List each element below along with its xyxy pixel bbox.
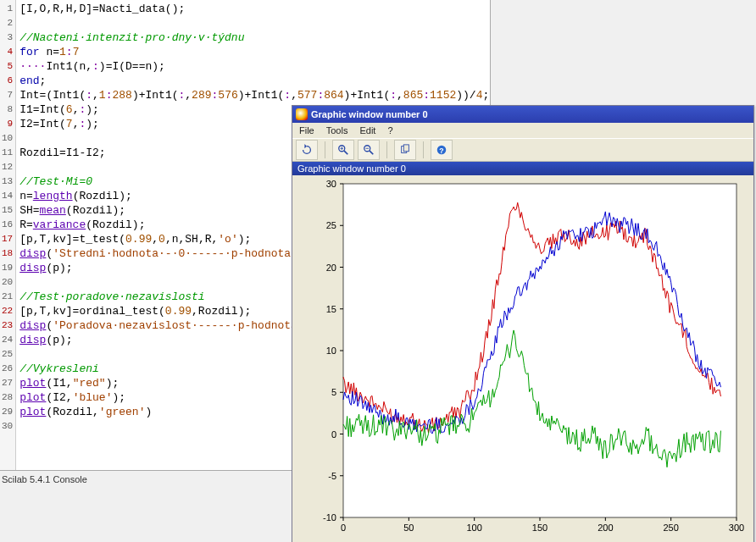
svg-text:20: 20 [326,263,336,273]
toolbar-sep [386,141,387,158]
toolbar: ? [292,138,753,162]
status-bar: Graphic window number 0 [292,162,753,175]
scilab-icon [296,108,308,120]
svg-text:0: 0 [341,523,346,533]
menu-edit[interactable]: Edit [359,125,375,136]
toolbar-sep [325,141,325,158]
plot-canvas: -10-5051015202530050100150200250300 [292,175,753,542]
graphic-window: Graphic window number 0 File Tools Edit … [292,105,754,542]
window-title: Graphic window number 0 [311,109,428,119]
svg-text:100: 100 [466,523,481,533]
console-tab-label[interactable]: Scilab 5.4.1 Console [2,474,87,484]
zoom-in-button[interactable] [332,140,354,160]
menu-help[interactable]: ? [387,125,392,136]
svg-rect-8 [403,145,409,152]
svg-text:5: 5 [331,387,336,397]
menu-tools[interactable]: Tools [326,125,348,136]
svg-text:-10: -10 [323,512,336,523]
titlebar[interactable]: Graphic window number 0 [292,106,753,123]
svg-text:50: 50 [403,523,414,533]
rotate-icon [301,144,313,156]
zoom-out-button[interactable] [358,140,380,160]
copy-icon [399,144,411,156]
help-button[interactable]: ? [431,140,453,160]
svg-text:-5: -5 [328,471,336,481]
svg-text:25: 25 [326,220,336,230]
svg-line-1 [344,151,347,154]
svg-rect-11 [343,184,737,517]
toolbar-sep [423,141,424,158]
rotate-button[interactable] [296,140,318,160]
svg-text:0: 0 [331,429,336,440]
zoom-in-icon [337,144,349,156]
menubar: File Tools Edit ? [292,123,753,138]
svg-text:200: 200 [598,523,613,533]
svg-text:15: 15 [326,304,336,314]
svg-text:300: 300 [729,523,744,533]
zoom-out-icon [363,144,375,156]
svg-text:30: 30 [326,179,336,189]
menu-file[interactable]: File [299,125,314,136]
copy-button[interactable] [394,140,416,160]
svg-text:?: ? [439,147,443,155]
svg-text:250: 250 [663,523,678,533]
svg-line-5 [370,151,373,154]
plot-area[interactable]: -10-5051015202530050100150200250300 [292,175,753,542]
help-icon: ? [436,144,447,156]
svg-text:150: 150 [532,523,548,533]
editor-gutter: 1234567891011121314151617181920212223242… [0,0,16,470]
svg-text:10: 10 [326,346,336,356]
